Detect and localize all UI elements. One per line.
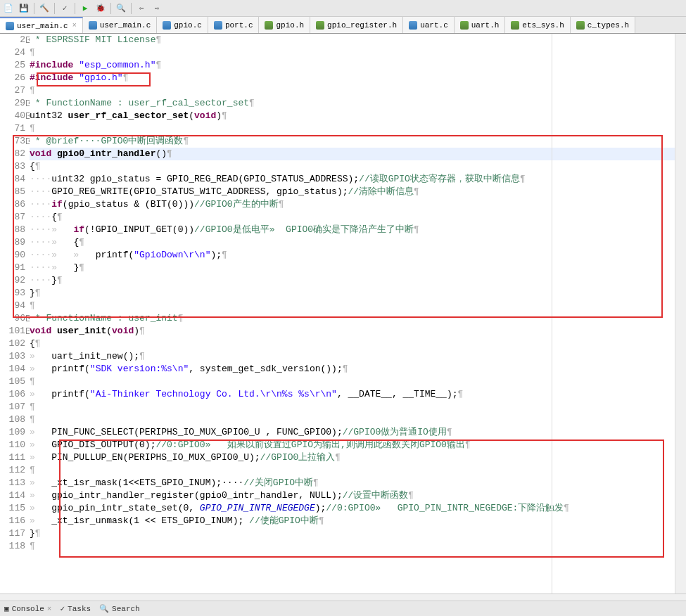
code-line[interactable]: * FunctionName : user_init¶ — [30, 312, 686, 325]
code-token: //设置中断函数 — [343, 490, 409, 501]
editor-tab[interactable]: uart.h — [455, 17, 506, 33]
editor-tab[interactable]: c_types.h — [571, 17, 635, 33]
code-token: » — [30, 439, 51, 450]
editor-tab[interactable]: gpio.c — [157, 17, 208, 33]
code-line[interactable]: » printf("SDK version:%s\n", system_get_… — [30, 363, 686, 376]
code-line[interactable]: * @brief····GPIO0中断回调函数¶ — [30, 135, 686, 148]
tab-label: user_main.c — [100, 21, 151, 30]
code-line[interactable]: void gpio0_intr_handler()¶ — [30, 148, 686, 160]
code-line[interactable]: void user_init(void)¶ — [30, 325, 686, 338]
code-token: , system_get_sdk_version()); — [189, 364, 342, 374]
code-token: gpio_intr_handler_register(gpio0_intr_ha… — [51, 490, 342, 501]
code-line[interactable]: {¶ — [30, 160, 686, 173]
line-number: 24 — [0, 46, 25, 59]
line-number: 73+ — [0, 135, 25, 148]
vertical-scrollbar[interactable] — [675, 34, 686, 593]
code-line[interactable]: » uart_init_new();¶ — [30, 350, 686, 363]
code-token: , __DATE__, __TIME__); — [337, 389, 458, 399]
line-number: 92 — [0, 274, 25, 287]
line-number: 86 — [0, 198, 25, 211]
code-line[interactable]: » PIN_PULLUP_EN(PERIPHS_IO_MUX_GPIO0_U);… — [30, 451, 686, 464]
code-line[interactable]: ¶ — [30, 84, 686, 97]
toolbar-run-icon[interactable]: ▶ — [80, 3, 91, 14]
code-line[interactable]: » _xt_isr_mask(1<<ETS_GPIO_INUM);····//关… — [30, 477, 686, 489]
code-line[interactable]: » printf("Ai-Thinker Technology Co. Ltd.… — [30, 388, 686, 401]
code-line[interactable]: #include "gpio.h"¶ — [30, 72, 686, 84]
main-toolbar: 📄 💾 🔨 ✓ ▶ 🐞 🔍 ⇦ ⇨ — [0, 0, 686, 17]
code-token: ¶ — [35, 528, 41, 539]
toolbar-hammer-icon[interactable]: 🔨 — [39, 3, 50, 14]
code-token: ¶ — [35, 288, 41, 298]
toolbar-search-icon[interactable]: 🔍 — [115, 3, 127, 14]
code-line[interactable]: ····» if(!GPIO_INPUT_GET(0))//GPIO0是低电平»… — [30, 224, 686, 236]
close-icon[interactable]: × — [72, 22, 77, 30]
editor-tab[interactable]: ets_sys.h — [505, 17, 570, 33]
editor-tab[interactable]: user_main.c — [83, 17, 158, 33]
code-line[interactable]: * ESPRSSIF MIT License¶ — [30, 34, 686, 46]
code-line[interactable]: ¶ — [30, 464, 686, 477]
code-line[interactable]: » PIN_FUNC_SELECT(PERIPHS_IO_MUX_GPIO0_U… — [30, 426, 686, 439]
code-line[interactable]: ¶ — [30, 401, 686, 413]
toolbar-nav-icon[interactable]: ⇦ — [136, 3, 147, 14]
tab-label: user_main.c — [17, 22, 68, 30]
h-file-icon — [576, 21, 585, 30]
bottom-tab[interactable]: ✓Tasks — [60, 604, 91, 613]
code-line[interactable]: » GPIO_DIS_OUTPUT(0);//0:GPIO0» 如果以前设置过G… — [30, 439, 686, 451]
code-line[interactable]: ····» » printf("GpioDown\r\n");¶ — [30, 249, 686, 262]
code-line[interactable]: ····uint32 gpio_status = GPIO_REG_READ(G… — [30, 173, 686, 186]
code-line[interactable]: ¶ — [30, 46, 686, 59]
code-area[interactable]: * ESPRSSIF MIT License¶¶#include "esp_co… — [30, 34, 686, 593]
line-number: 107 — [0, 401, 25, 413]
code-token: ····» — [30, 262, 73, 273]
code-token: if — [73, 224, 84, 235]
editor-tab[interactable]: user_main.c× — [0, 17, 83, 33]
code-line[interactable]: ¶ — [30, 540, 686, 553]
code-line[interactable]: ¶ — [30, 300, 686, 312]
line-number: 104 — [0, 363, 25, 376]
code-line[interactable]: » gpio_pin_intr_state_set(0, GPIO_PIN_IN… — [30, 502, 686, 515]
code-line[interactable]: ¶ — [30, 413, 686, 426]
code-token: (!GPIO_INPUT_GET(0)) — [84, 224, 194, 235]
code-line[interactable]: ¶ — [30, 122, 686, 135]
toolbar-save-icon[interactable]: 💾 — [18, 3, 30, 14]
bottom-tab[interactable]: ▣Console × — [4, 604, 51, 613]
code-token: //0:GPIO0» GPIO_PIN_INTR_NEGEDGE:下降沿触发 — [326, 503, 564, 513]
code-token: //读取GPIO状态寄存器，获取中断信息 — [359, 174, 520, 184]
toolbar-new-icon[interactable]: 📄 — [3, 3, 14, 14]
toolbar-nav-icon[interactable]: ⇨ — [151, 3, 163, 14]
h-file-icon — [460, 21, 469, 30]
editor-tab[interactable]: uart.c — [403, 17, 455, 33]
code-line[interactable]: ····}¶ — [30, 274, 686, 287]
code-line[interactable]: * FunctionName : user_rf_cal_sector_set¶ — [30, 97, 686, 110]
line-number: 108 — [0, 413, 25, 426]
code-token: ¶ — [30, 47, 35, 58]
code-line[interactable]: » _xt_isr_unmask(1 << ETS_GPIO_INUM); //… — [30, 515, 686, 527]
code-line[interactable]: ¶ — [30, 376, 686, 388]
code-line[interactable]: ····GPIO_REG_WRITE(GPIO_STATUS_W1TC_ADDR… — [30, 186, 686, 198]
bottom-tab-label: Tasks — [68, 605, 91, 613]
line-number: 111 — [0, 451, 25, 464]
print-margin — [552, 34, 552, 593]
code-line[interactable]: {¶ — [30, 338, 686, 350]
code-line[interactable]: }¶ — [30, 527, 686, 540]
code-token: ) — [216, 110, 222, 121]
editor-tab[interactable]: gpio_register.h — [310, 17, 403, 33]
editor-tab[interactable]: port.c — [208, 17, 260, 33]
code-line[interactable]: ····» }¶ — [30, 262, 686, 274]
code-line[interactable]: » gpio_intr_handler_register(gpio0_intr_… — [30, 489, 686, 502]
toolbar-debug-icon[interactable]: 🐞 — [95, 3, 106, 14]
code-token: ¶ — [30, 85, 35, 96]
code-token: ¶ — [123, 72, 129, 83]
editor-tab[interactable]: gpio.h — [259, 17, 310, 33]
code-line[interactable]: uint32 user_rf_cal_sector_set(void)¶ — [30, 110, 686, 122]
bottom-tab[interactable]: 🔍Search — [99, 604, 140, 613]
code-line[interactable]: }¶ — [30, 287, 686, 300]
code-line[interactable]: ····if(gpio_status & (BIT(0)))//GPIO0产生的… — [30, 198, 686, 211]
code-line[interactable]: ····{¶ — [30, 211, 686, 224]
toolbar-tasks-icon[interactable]: ✓ — [59, 3, 70, 14]
code-line[interactable]: #include "esp_common.h"¶ — [30, 59, 686, 72]
close-icon[interactable]: × — [47, 605, 52, 613]
code-line[interactable]: ····» {¶ — [30, 236, 686, 249]
code-token: * FunctionName : user_rf_cal_sector_set — [30, 98, 249, 108]
code-token: _xt_isr_unmask(1 << ETS_GPIO_INUM); — [51, 515, 249, 526]
